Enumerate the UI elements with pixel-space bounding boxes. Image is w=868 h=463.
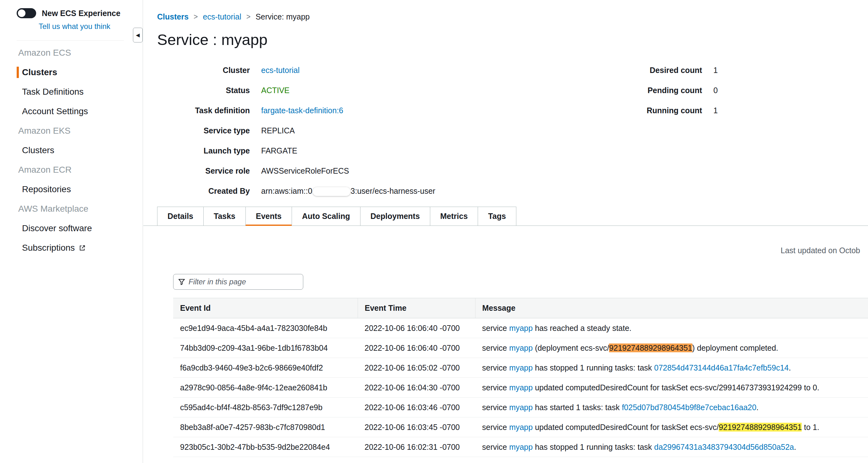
tab-tasks[interactable]: Tasks bbox=[203, 207, 246, 226]
tab-deployments[interactable]: Deployments bbox=[360, 207, 430, 226]
sidebar-item-label: Discover software bbox=[22, 219, 92, 238]
tab-events[interactable]: Events bbox=[245, 207, 292, 226]
event-message: service myapp updated computedDesiredCou… bbox=[475, 417, 868, 437]
sidebar-item-label: Clusters bbox=[22, 63, 57, 82]
message-link[interactable]: da29967431a3483794304d56d850a52a bbox=[654, 442, 794, 451]
breadcrumb-item-clusters[interactable]: Clusters bbox=[157, 12, 189, 21]
sidebar-item-task-definitions[interactable]: Task Definitions bbox=[0, 82, 143, 102]
message-link[interactable]: f025d07bd780454b9f8e7cebac16aa20 bbox=[622, 403, 756, 412]
event-id: 923b05c1-30b2-47bb-b535-9d2be22084e4 bbox=[173, 437, 358, 457]
counter-value: 0 bbox=[713, 86, 718, 95]
sidebar-item-label: Clusters bbox=[22, 141, 54, 160]
feedback-link[interactable]: Tell us what you think bbox=[39, 22, 143, 31]
detail-row-service-type: Service typeREPLICA bbox=[157, 126, 868, 135]
event-time: 2022-10-06 16:04:30 -0700 bbox=[358, 378, 475, 398]
events-table: Event IdEvent TimeMessage ec9e1d94-9aca-… bbox=[173, 298, 868, 457]
event-message: service myapp has reached a steady state… bbox=[475, 318, 868, 338]
highlight-yellow: 9219274889298964351 bbox=[719, 423, 802, 432]
counter-desired-count: Desired count1 bbox=[608, 65, 718, 75]
sidebar-item-repositories[interactable]: Repositories bbox=[0, 180, 143, 199]
detail-label: Service type bbox=[157, 126, 250, 135]
detail-link-ecs-tutorial[interactable]: ecs-tutorial bbox=[261, 66, 300, 75]
sidebar-section-amazon-eks: Amazon EKS bbox=[0, 121, 143, 141]
toggle-knob-icon bbox=[18, 9, 26, 17]
new-ecs-experience-row: New ECS Experience bbox=[0, 0, 143, 18]
tab-tags[interactable]: Tags bbox=[478, 207, 516, 226]
message-link[interactable]: myapp bbox=[509, 344, 533, 352]
message-link[interactable]: myapp bbox=[509, 423, 533, 432]
new-ecs-experience-toggle[interactable] bbox=[17, 8, 36, 18]
event-message: service myapp (deployment ecs-svc/921927… bbox=[475, 338, 868, 358]
event-time: 2022-10-06 16:02:31 -0700 bbox=[358, 437, 475, 457]
counter-label: Running count bbox=[608, 106, 702, 115]
event-message: service myapp has stopped 1 running task… bbox=[475, 437, 868, 457]
event-id: 74bb3d09-c209-43a1-96be-1db1f6783b04 bbox=[173, 338, 358, 358]
sidebar-section-amazon-ecr: Amazon ECR bbox=[0, 160, 143, 180]
detail-value: REPLICA bbox=[261, 126, 295, 135]
sidebar-item-clusters[interactable]: Clusters bbox=[0, 141, 143, 160]
detail-row-cluster: Clusterecs-tutorial bbox=[157, 65, 868, 75]
detail-value: ACTIVE bbox=[261, 86, 289, 95]
event-id: c595ad4c-bf4f-482b-8563-7df9c1287e9b bbox=[173, 398, 358, 417]
detail-rows: Clusterecs-tutorialStatusACTIVETask defi… bbox=[157, 65, 868, 196]
service-counters: Desired count1Pending count0Running coun… bbox=[608, 65, 718, 126]
column-header-event-id[interactable]: Event Id bbox=[173, 298, 358, 318]
filter-funnel-icon bbox=[178, 278, 185, 286]
sidebar-section-amazon-ecs: Amazon ECS bbox=[0, 43, 143, 63]
sidebar-divider bbox=[17, 40, 124, 40]
sidebar-nav: Amazon ECSClustersTask DefinitionsAccoun… bbox=[0, 43, 143, 258]
highlight-orange: 9219274889298964351 bbox=[609, 344, 692, 352]
tab-details[interactable]: Details bbox=[157, 207, 204, 226]
column-header-event-time[interactable]: Event Time bbox=[358, 298, 475, 318]
breadcrumb-item-ecs-tutorial[interactable]: ecs-tutorial bbox=[203, 12, 241, 21]
sidebar-item-subscriptions[interactable]: Subscriptions bbox=[0, 238, 143, 258]
event-time: 2022-10-06 16:06:40 -0700 bbox=[358, 338, 475, 358]
detail-value: ecs-tutorial bbox=[261, 65, 300, 75]
event-id: 8beb3a8f-a0e7-4257-983b-c7fc870980d1 bbox=[173, 417, 358, 437]
message-link[interactable]: myapp bbox=[509, 383, 533, 392]
collapse-arrow-icon: ◀ bbox=[136, 32, 140, 38]
last-updated-text: Last updated on Octob bbox=[781, 246, 860, 255]
counter-pending-count: Pending count0 bbox=[608, 86, 718, 95]
sidebar-item-discover-software[interactable]: Discover software bbox=[0, 219, 143, 238]
external-link-icon bbox=[79, 244, 86, 252]
message-link[interactable]: myapp bbox=[509, 324, 533, 332]
event-message: service myapp updated computedDesiredCou… bbox=[475, 378, 868, 398]
redaction-box bbox=[313, 187, 350, 196]
service-details: Clusterecs-tutorialStatusACTIVETask defi… bbox=[157, 65, 868, 196]
breadcrumb: Clusters>ecs-tutorial>Service: myapp bbox=[143, 0, 868, 21]
event-row: 923b05c1-30b2-47bb-b535-9d2be22084e42022… bbox=[173, 437, 868, 457]
counter-value: 1 bbox=[713, 65, 718, 75]
detail-label: Status bbox=[157, 86, 250, 95]
event-message: service myapp has stopped 1 running task… bbox=[475, 358, 868, 378]
detail-row-launch-type: Launch typeFARGATE bbox=[157, 146, 868, 155]
tab-auto-scaling[interactable]: Auto Scaling bbox=[292, 207, 361, 226]
event-row: ec9e1d94-9aca-45b4-a4a1-7823030fe84b2022… bbox=[173, 318, 868, 338]
message-link[interactable]: myapp bbox=[509, 363, 533, 372]
breadcrumb-separator: > bbox=[194, 12, 198, 21]
sidebar-item-clusters[interactable]: Clusters bbox=[0, 63, 143, 82]
tab-metrics[interactable]: Metrics bbox=[430, 207, 478, 226]
event-time: 2022-10-06 16:05:02 -0700 bbox=[358, 358, 475, 378]
breadcrumb-item-service-myapp: Service: myapp bbox=[255, 12, 310, 21]
event-id: ec9e1d94-9aca-45b4-a4a1-7823030fe84b bbox=[173, 318, 358, 338]
sidebar: New ECS Experience Tell us what you thin… bbox=[0, 0, 143, 463]
event-row: 74bb3d09-c209-43a1-96be-1db1f6783b042022… bbox=[173, 338, 868, 358]
filter-input[interactable] bbox=[189, 278, 299, 286]
detail-label: Cluster bbox=[157, 65, 250, 75]
detail-row-service-role: Service roleAWSServiceRoleForECS bbox=[157, 166, 868, 175]
message-link[interactable]: 072854d473144d46a17fa4c7efb59c14 bbox=[654, 363, 789, 372]
detail-value: AWSServiceRoleForECS bbox=[261, 166, 349, 175]
message-link[interactable]: myapp bbox=[509, 403, 533, 412]
event-message: service myapp has started 1 tasks: task … bbox=[475, 398, 868, 417]
message-link[interactable]: myapp bbox=[509, 442, 533, 451]
sidebar-item-label: Subscriptions bbox=[22, 238, 75, 258]
detail-link-fargate-task-definition-6[interactable]: fargate-task-definition:6 bbox=[261, 106, 343, 115]
column-header-message[interactable]: Message bbox=[475, 298, 868, 318]
sidebar-section-aws-marketplace: AWS Marketplace bbox=[0, 199, 143, 219]
event-row: a2978c90-0856-4a8e-9f4c-12eae260841b2022… bbox=[173, 378, 868, 398]
sidebar-item-account-settings[interactable]: Account Settings bbox=[0, 102, 143, 121]
counter-label: Pending count bbox=[608, 86, 702, 95]
detail-row-created-by: Created Byarn:aws:iam::03:user/ecs-harne… bbox=[157, 186, 868, 196]
sidebar-collapse-button[interactable]: ◀ bbox=[133, 28, 143, 42]
